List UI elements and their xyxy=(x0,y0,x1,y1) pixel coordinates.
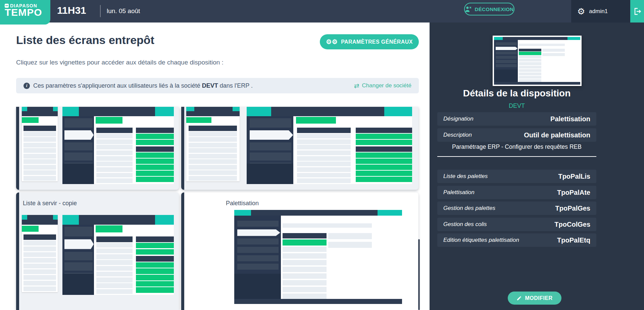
vignette-row xyxy=(23,159,56,164)
vignette-row xyxy=(136,268,174,274)
scrollbar-thumb[interactable] xyxy=(418,239,420,310)
layout-thumbnail xyxy=(493,36,582,86)
vignette-row xyxy=(23,281,56,285)
vignette-row xyxy=(23,148,56,153)
query-label: Edition étiquettes palettisation xyxy=(443,237,519,243)
vignette-row xyxy=(23,132,56,136)
gear-icon[interactable]: ⚙ xyxy=(577,7,585,16)
vignette-row xyxy=(23,137,56,142)
query-value: TpoPalAte xyxy=(557,189,590,196)
pencil-icon xyxy=(516,296,522,301)
gears-icon: ⚙⚙ xyxy=(326,39,338,45)
section-divider xyxy=(437,156,596,157)
vignette-row xyxy=(283,267,327,272)
logout-button[interactable]: DÉCONNEXION xyxy=(464,3,514,15)
layout-card-2[interactable] xyxy=(181,107,418,190)
query-label: Liste des palettes xyxy=(443,173,488,180)
vignette-row xyxy=(189,154,237,159)
vignette-row xyxy=(23,252,56,257)
vignette-row xyxy=(356,152,412,158)
screen-vignette-liste xyxy=(186,107,412,184)
vignette-row xyxy=(283,260,327,265)
change-company-label: Changer de société xyxy=(362,82,411,89)
general-params-button[interactable]: ⚙⚙ PARAMÈTRES GÉNÉRAUX xyxy=(320,34,419,49)
change-company-link[interactable]: ⇄ Changer de société xyxy=(354,82,411,90)
username: admin1 xyxy=(589,8,608,15)
vignette-row xyxy=(189,143,237,147)
vignette-row xyxy=(136,159,174,164)
vignette-row xyxy=(519,59,541,61)
layout-card-1[interactable] xyxy=(16,107,179,190)
logo-tempo-text: TEMPO xyxy=(5,7,50,17)
swap-icon: ⇄ xyxy=(354,82,359,90)
modify-button[interactable]: MODIFIER xyxy=(508,292,561,305)
query-row-palettisation: Palettisation TpoPalAte xyxy=(437,186,596,199)
query-value: TpoColGes xyxy=(554,221,590,228)
vignette-row xyxy=(189,137,237,142)
query-value: TpoPalGes xyxy=(555,205,590,212)
vignette-main-window xyxy=(62,107,174,184)
vignette-left-window xyxy=(22,107,58,181)
query-row-gestion-colis: Gestion des colis TpoColGes xyxy=(437,218,596,231)
vignette-row xyxy=(23,286,56,291)
vignette-row xyxy=(136,165,174,170)
page-title: Liste des écrans entrepôt xyxy=(16,34,154,47)
query-label: Gestion des colis xyxy=(443,221,487,228)
vignette-row xyxy=(23,165,56,170)
general-params-label: PARAMÈTRES GÉNÉRAUX xyxy=(341,39,413,45)
vignette-row xyxy=(519,69,541,72)
vignette-row xyxy=(519,62,541,65)
vignette-row xyxy=(519,76,541,79)
vignette-row xyxy=(519,73,541,75)
vignette-row xyxy=(283,273,327,279)
user-x-icon xyxy=(465,6,472,12)
card-title: Palettisation xyxy=(226,200,259,207)
vignette-row xyxy=(356,159,412,164)
vignette-row xyxy=(283,287,327,292)
vignette-row xyxy=(189,170,237,175)
vignette-row xyxy=(136,287,174,293)
modify-button-label: MODIFIER xyxy=(525,295,552,301)
screen-vignette-palettisation xyxy=(494,37,580,85)
detail-label: Désignation xyxy=(443,116,474,122)
vignette-row xyxy=(23,247,56,251)
vignette-row xyxy=(136,281,174,287)
admin-panel: ⚙ admin1 xyxy=(571,0,630,23)
detail-row-description: Description Outil de palettisation xyxy=(437,128,596,142)
company-code: DEVT xyxy=(202,82,218,89)
detail-label: Description xyxy=(443,132,472,138)
vignette-row xyxy=(519,66,541,69)
vignette-row xyxy=(519,79,541,82)
detail-value: Outil de palettisation xyxy=(524,131,590,139)
query-label: Gestion des palettes xyxy=(443,205,495,212)
detail-value: Palettisation xyxy=(550,115,590,123)
vignette-row xyxy=(189,148,237,153)
info-icon: i xyxy=(23,83,30,89)
info-text: Ces paramètres s'appliqueront aux utilis… xyxy=(33,82,253,89)
details-title: Détails de la disposition xyxy=(437,88,596,99)
vignette-row xyxy=(136,262,174,268)
vignette-row xyxy=(23,275,56,280)
layout-card-liste-a-servir-copie[interactable]: Liste à servir - copie xyxy=(16,192,179,310)
layout-card-palettisation[interactable]: Palettisation xyxy=(181,192,418,310)
vignette-left-window xyxy=(22,215,58,292)
vignette-row xyxy=(356,165,412,170)
exit-tile[interactable] xyxy=(630,0,644,23)
info-banner: i Ces paramètres s'appliqueront aux util… xyxy=(16,78,419,93)
vignette-row xyxy=(356,171,412,176)
vignette-row xyxy=(189,165,237,170)
vignette-row xyxy=(283,253,327,259)
vignette-row xyxy=(23,170,56,175)
card-title: Liste à servir - copie xyxy=(23,200,77,207)
query-label: Palettisation xyxy=(443,189,475,196)
vignette-row xyxy=(23,154,56,159)
details-sidebar: Détails de la disposition DEVT Désignati… xyxy=(430,23,644,310)
logout-button-label: DÉCONNEXION xyxy=(475,6,513,12)
vignette-row xyxy=(519,55,541,58)
vignette-row xyxy=(136,275,174,280)
query-row-gestion-palettes: Gestion des palettes TpoPalGes xyxy=(437,202,596,215)
vignette-row xyxy=(136,171,174,176)
topbar: 11H31 lun. 05 août DÉCONNEXION ⚙ admin1 xyxy=(0,0,644,23)
query-value: TpoPalEtq xyxy=(557,236,590,244)
exit-icon xyxy=(633,7,641,15)
